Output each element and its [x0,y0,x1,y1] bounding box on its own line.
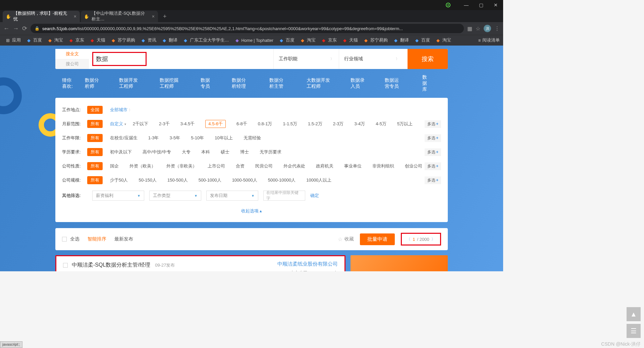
filter-all-tag[interactable]: 所有 [87,148,103,156]
filter-option[interactable]: 4.5-6千 [205,120,226,128]
avatar[interactable]: 洪 [484,25,491,32]
select-all-label[interactable]: 全选 [70,236,79,242]
collapse-filters-button[interactable]: 收起选项 ▴ [62,204,441,218]
suggest-link[interactable]: 数据分析经理 [232,77,251,89]
filter-option[interactable]: 外企代表处 [283,163,305,169]
bookmark-item[interactable]: ◆苏宁易购 [109,37,137,44]
promo-banner[interactable]: 好工作为你优选 [351,255,448,271]
confirm-button[interactable]: 确定 [310,193,319,199]
filter-option[interactable]: 硕士 [221,149,229,155]
search-tab-company[interactable]: 搜公司 [55,59,89,69]
worktype-select[interactable]: 工作类型▼ [149,191,201,201]
filter-option[interactable]: 上市公司 [208,163,225,169]
bookmark-item[interactable]: ◆淘宝 [434,37,453,44]
filter-option[interactable]: 5000-10000人 [268,177,296,183]
bookmark-item[interactable]: ◆百度 [24,37,44,44]
filter-option[interactable]: 本科 [201,149,210,155]
filter-option[interactable]: 50-150人 [139,177,156,183]
filter-option[interactable]: 少于50人 [110,177,128,183]
bookmark-item[interactable]: ◆Home | Tophatter [233,37,275,44]
filter-option[interactable]: 政府机关 [316,163,333,169]
pubdate-select[interactable]: 发布日期▼ [206,191,258,201]
bookmark-item[interactable]: ◆天猫 [340,37,360,44]
search-button[interactable]: 搜索 [408,49,448,69]
bookmark-item[interactable]: ◆翻译 [160,37,179,44]
all-cities-link[interactable]: 全部城市 〉 [110,107,132,113]
suggest-link[interactable]: 数据录入员 [351,77,366,89]
filter-option[interactable]: 外资（非欧美） [166,163,197,169]
filter-all-tag[interactable]: 所有 [87,176,103,184]
job-title[interactable]: 中顺洁柔-SQL数据分析主管/经理 [72,262,150,268]
star-icon[interactable]: ☆ [476,25,480,32]
apps-button[interactable]: ⊞应用 [3,37,22,44]
search-input[interactable]: 数据 [92,52,147,66]
company-name[interactable]: 中顺洁柔纸业股份有限公司 [277,261,338,267]
filter-option[interactable]: 10000人以上 [306,177,331,183]
filter-option[interactable]: 大专 [182,149,191,155]
reload-icon[interactable]: ⟳ [22,25,27,32]
filter-option[interactable]: 无学历要求 [260,149,281,155]
filter-option[interactable]: 5-10年 [191,135,204,141]
browser-tab[interactable]: ✋ 【数据招聘，求职】-前程无忧 × [3,11,80,22]
batch-apply-button[interactable]: 批量申请 [360,233,395,245]
bookmark-item[interactable]: ◆翻译 [391,37,411,44]
reading-list-button[interactable]: ≡阅读清单 [478,38,500,43]
multi-select-button[interactable]: 多选+ [425,148,441,156]
filter-option[interactable]: 高中/中技/中专 [143,149,171,155]
suggest-link[interactable]: 数据开发工程师 [119,77,141,89]
next-page-icon[interactable]: 〉 [431,236,435,242]
bookmark-item[interactable]: ◆京东 [319,37,338,44]
search-tab-fulltext[interactable]: 搜全文 [55,49,89,59]
filter-all-tag[interactable]: 全国 [87,106,103,114]
multi-select-button[interactable]: 多选+ [425,120,441,128]
suggest-link[interactable]: 数据分析主管 [269,77,288,89]
filter-option[interactable]: 1.5-2万 [308,121,322,127]
bookmark-item[interactable]: ◆百度 [413,37,432,44]
filter-option[interactable]: 创业公司 [405,163,422,169]
multi-select-button[interactable]: 多选+ [425,162,441,170]
custom-link[interactable]: 自定义 ▾ [110,121,126,127]
filter-option[interactable]: 6-8千 [236,121,247,127]
window-max-button[interactable]: ▢ [474,0,488,10]
filter-option[interactable]: 10年以上 [215,135,232,141]
filter-option[interactable]: 1-3年 [148,135,159,141]
notification-icon[interactable] [446,3,450,7]
suggest-link[interactable]: 数据库 [422,74,432,92]
bookmark-item[interactable]: ◆天猫 [88,37,107,44]
job-card[interactable]: 中顺洁柔-SQL数据分析主管/经理 09-27发布 0.9-1.5万/月 中山 … [55,255,345,271]
job-checkbox[interactable] [63,263,68,268]
select-all-checkbox[interactable] [62,237,67,241]
filter-option[interactable]: 4-5万 [376,121,386,127]
filter-option[interactable]: 非营利组织 [372,163,394,169]
window-close-button[interactable]: ✕ [488,0,503,10]
bookmark-item[interactable]: ◆淘宝 [46,37,65,44]
bookmark-item[interactable]: ◆资讯 [139,37,158,44]
filter-option[interactable]: 民营公司 [255,163,273,169]
suggest-link[interactable]: 数据运营专员 [385,77,404,89]
filter-option[interactable]: 2千以下 [133,121,148,127]
favorite-button[interactable]: ☆收藏 [338,236,354,242]
suggest-link[interactable]: 数据专员 [201,77,213,89]
filter-option[interactable]: 国企 [110,163,119,169]
bookmark-item[interactable]: ◆百度 [277,37,296,44]
sort-newest[interactable]: 最新发布 [114,236,133,242]
filter-all-tag[interactable]: 所有 [87,162,103,170]
filter-option[interactable]: 3-5年 [169,135,180,141]
back-icon[interactable]: ← [3,25,9,32]
browser-tab[interactable]: ✋ 【中山中顺洁柔-SQL数据分析主… × [81,11,158,22]
filter-option[interactable]: 无需经验 [244,135,261,141]
filter-option[interactable]: 0.8-1万 [258,121,272,127]
forward-icon[interactable]: → [13,25,19,32]
new-tab-button[interactable]: + [159,11,171,22]
bookmark-item[interactable]: ◆广东工业大学学生… [181,37,231,44]
qr-icon[interactable]: ▦ [467,25,472,32]
sort-smart[interactable]: 智能排序 [88,236,106,242]
url-input[interactable]: 🔒 search.51job.com/list/000000,000000,00… [31,24,464,33]
menu-icon[interactable]: ⋮ [494,25,500,32]
filter-option[interactable]: 事业单位 [344,163,362,169]
multi-select-button[interactable]: 多选+ [425,177,441,184]
filter-option[interactable]: 初中及以下 [110,149,132,155]
exclude-input[interactable]: 在结果中排除关键字 [263,191,305,201]
filter-option[interactable]: 1-1.5万 [283,121,297,127]
bookmark-item[interactable]: ◆苏宁易购 [362,37,389,44]
